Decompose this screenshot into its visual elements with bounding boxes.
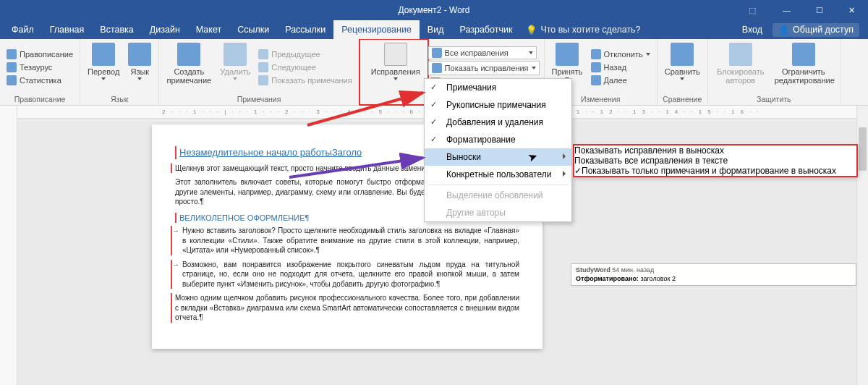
markup-icon — [432, 63, 442, 73]
display-for-review-dropdown[interactable]: Все исправления — [428, 46, 537, 59]
group-protect-label: Защитить — [712, 93, 835, 103]
show-icon — [258, 75, 268, 85]
check-icon: ✓ — [430, 100, 437, 109]
balloon-author: StudyWord — [576, 266, 610, 274]
group-proofing: Правописание Тезаурус Статистика Правопи… — [0, 39, 80, 105]
next-comment-button[interactable]: Следующее — [256, 62, 354, 73]
delete-icon — [224, 43, 247, 66]
restrict-editing-button[interactable]: Ограничить редактирование — [772, 41, 835, 93]
vertical-scrollbar[interactable] — [856, 106, 868, 385]
block-authors-button[interactable]: Блокировать авторов — [712, 41, 769, 93]
tab-layout[interactable]: Макет — [188, 20, 229, 39]
tab-home[interactable]: Главная — [42, 20, 93, 39]
menu-other-authors: Другие авторы — [425, 204, 571, 221]
revision-balloon[interactable]: StudyWord 54 мин. назад Отформатировано:… — [571, 263, 856, 286]
statistics-button[interactable]: Статистика — [4, 75, 75, 86]
para-3[interactable]: Можно одним щелчком добавить рисунок про… — [171, 293, 519, 323]
check-icon: ✓ — [430, 117, 437, 127]
translate-button[interactable]: Перевод — [85, 41, 122, 93]
submenu-label: Показывать исправления в выносках — [574, 145, 724, 156]
thesaurus-button[interactable]: Тезаурус — [4, 62, 75, 73]
menu-label: Выноски — [446, 152, 481, 162]
back-icon — [591, 62, 601, 72]
tab-insert[interactable]: Вставка — [92, 20, 141, 39]
tell-me-search[interactable]: 💡 Что вы хотите сделать? — [526, 20, 640, 39]
share-label: Общий доступ — [793, 25, 854, 35]
balloons-opt-3[interactable]: ✓Показывать только примечания и форматир… — [574, 166, 856, 176]
menu-specific-people[interactable]: Конкретные пользователи — [425, 166, 571, 183]
bullet-1[interactable]: Нужно вставить заголовок? Просто щелкнит… — [171, 226, 519, 255]
show-markup-label: Показать исправления — [445, 64, 529, 72]
restrict-icon — [792, 43, 815, 66]
block-icon — [729, 43, 752, 66]
tab-mailings[interactable]: Рассылки — [277, 20, 333, 39]
bullet-2[interactable]: Возможно, вам понравится изображение пок… — [171, 260, 519, 289]
tab-developer[interactable]: Разработчик — [451, 20, 520, 39]
accept-label: Принять — [552, 67, 583, 76]
block-label: Блокировать авторов — [715, 67, 766, 85]
menu-label: Другие авторы — [446, 208, 506, 218]
tab-view[interactable]: Вид — [420, 20, 452, 39]
thesaurus-label: Тезаурус — [20, 63, 52, 72]
share-button[interactable]: 👤 Общий доступ — [773, 23, 859, 37]
menu-formatting[interactable]: ✓Форматирование — [425, 131, 571, 148]
balloons-submenu: Показывать исправления в выносках Показы… — [574, 145, 857, 177]
submenu-label: Показывать все исправления в тексте — [574, 156, 728, 166]
menu-comments[interactable]: ✓Примечания — [425, 79, 571, 96]
reject-icon — [591, 49, 601, 59]
ribbon-options-icon[interactable]: ⬚ — [741, 0, 763, 20]
balloons-opt-2[interactable]: Показывать все исправления в тексте — [574, 156, 856, 166]
balloons-opt-1[interactable]: Показывать исправления в выносках — [574, 145, 856, 156]
maximize-button[interactable]: ☐ — [803, 0, 835, 20]
prev-change-button[interactable]: Назад — [589, 62, 652, 73]
submenu-icon — [563, 153, 566, 159]
spelling-button[interactable]: Правописание — [4, 48, 75, 60]
menu-insertions[interactable]: ✓Добавления и удаления — [425, 114, 571, 131]
balloon-time: 54 мин. назад — [612, 266, 654, 274]
menu-label: Конкретные пользователи — [446, 169, 551, 179]
tab-file[interactable]: Файл — [4, 20, 42, 39]
check-icon: ✓ — [430, 82, 437, 92]
compare-icon — [671, 43, 694, 66]
menu-label: Выделение обновлений — [446, 190, 543, 200]
tab-design[interactable]: Дизайн — [142, 20, 188, 39]
prev-comment-button[interactable]: Предыдущее — [256, 48, 354, 60]
minimize-button[interactable]: — — [770, 0, 803, 20]
translate-label: Перевод — [88, 67, 119, 76]
window-controls: ⬚ — ☐ ✕ — [741, 0, 868, 20]
language-button[interactable]: Язык — [125, 41, 154, 93]
book-icon — [7, 62, 17, 72]
spelling-label: Правописание — [20, 50, 73, 59]
close-button[interactable]: ✕ — [835, 0, 868, 20]
group-compare-label: Сравнение — [662, 93, 703, 103]
menu-balloons[interactable]: Выноски — [425, 148, 571, 166]
menu-label: Примечания — [446, 82, 496, 93]
stats-icon — [7, 75, 17, 85]
globe-icon — [128, 43, 151, 66]
display-mode-value: Все исправления — [445, 48, 526, 57]
tell-me-label: Что вы хотите сделать? — [540, 25, 640, 35]
forward-label: Далее — [604, 76, 627, 85]
sign-in-link[interactable]: Вход — [742, 25, 762, 35]
accept-icon — [556, 43, 579, 66]
new-comment-button[interactable]: Создать примечание — [163, 41, 214, 93]
next-change-button[interactable]: Далее — [589, 75, 652, 86]
tab-review[interactable]: Рецензирование — [333, 20, 420, 39]
abc-icon — [7, 49, 17, 59]
scrollbar-thumb[interactable] — [859, 127, 867, 171]
next-label: Следующее — [271, 63, 316, 72]
group-language-label: Язык — [85, 93, 154, 103]
show-markup-button[interactable]: Показать исправления — [428, 61, 540, 75]
show-comments-button[interactable]: Показать примечания — [256, 75, 354, 86]
vertical-ruler[interactable] — [0, 106, 17, 385]
ribbon-tabs: Файл Главная Вставка Дизайн Макет Ссылки… — [0, 20, 868, 39]
title-bar: Документ2 - Word ⬚ — ☐ ✕ — [0, 0, 868, 20]
delete-comment-button[interactable]: Удалить — [217, 41, 253, 93]
menu-separator — [427, 185, 569, 185]
translate-icon — [92, 43, 115, 66]
reject-button[interactable]: Отклонить — [589, 48, 652, 60]
compare-button[interactable]: Сравнить — [662, 41, 703, 93]
track-changes-button[interactable]: Исправления — [364, 41, 427, 93]
menu-ink[interactable]: ✓Рукописные примечания — [425, 96, 571, 114]
tab-references[interactable]: Ссылки — [229, 20, 277, 39]
